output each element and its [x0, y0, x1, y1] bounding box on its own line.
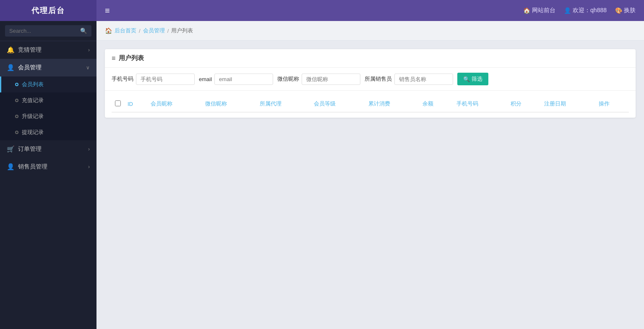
sidebar-item-chongzhi[interactable]: 充值记录 [0, 92, 96, 108]
main-card: ≡ 用户列表 手机号码 email 微信昵称 [105, 49, 636, 118]
col-id: ID [124, 96, 147, 112]
sidebar-item-label: 竞猜管理 [18, 46, 42, 54]
table-wrap: ID 会员昵称 微信昵称 所属代理 会员等级 累计消费 余额 手机号码 积分 注… [105, 91, 636, 118]
user-table: ID 会员昵称 微信昵称 所属代理 会员等级 累计消费 余额 手机号码 积分 注… [112, 96, 629, 113]
search-button[interactable]: 🔍 [76, 25, 91, 37]
sidebar-item-huiyuan-list[interactable]: 会员列表 [0, 76, 96, 92]
filter-button[interactable]: 🔍 筛选 [457, 73, 488, 85]
filter-group-phone: 手机号码 [112, 74, 195, 85]
sidebar-item-label: 订单管理 [18, 145, 42, 153]
sidebar-item-label: 会员管理 [18, 64, 42, 71]
breadcrumb-level1-link[interactable]: 会员管理 [143, 27, 165, 34]
sidebar-sub-label: 会员列表 [22, 81, 44, 88]
filter-group-email: email [199, 74, 273, 85]
app-logo: 代理后台 [0, 0, 96, 21]
select-all-checkbox[interactable] [115, 100, 121, 106]
chevron-down-icon: ∨ [86, 65, 90, 71]
order-icon: 🛒 [7, 145, 15, 153]
col-actions: 操作 [595, 96, 629, 112]
website-front-link[interactable]: 🏠 网站前台 [523, 7, 555, 14]
col-total-spend: 累计消费 [365, 96, 420, 112]
phone-label: 手机号码 [112, 75, 133, 83]
col-phone: 手机号码 [453, 96, 508, 112]
col-points: 积分 [507, 96, 541, 112]
breadcrumb-sep1: / [139, 28, 141, 34]
home-icon: 🏠 [105, 27, 112, 34]
col-wechat: 微信昵称 [202, 96, 256, 112]
bell-icon: 🔔 [7, 46, 15, 54]
salesman-label: 所属销售员 [365, 75, 392, 83]
breadcrumb-sep2: / [167, 28, 169, 34]
chevron-right-icon: › [88, 146, 90, 152]
phone-input[interactable] [136, 74, 195, 85]
breadcrumb: 🏠 后台首页 / 会员管理 / 用户列表 [96, 21, 644, 41]
home-icon: 🏠 [523, 7, 530, 14]
col-balance: 余额 [419, 96, 453, 112]
sidebar-nav: 🔔 竞猜管理 › 👤 会员管理 ∨ 会员列表 [0, 41, 96, 329]
col-agent: 所属代理 [256, 96, 311, 112]
dot-icon [15, 115, 18, 118]
sidebar-item-shengji[interactable]: 升级记录 [0, 108, 96, 124]
sidebar: 🔍 🔔 竞猜管理 › 👤 会员管理 ∨ [0, 21, 96, 329]
wechat-label: 微信昵称 [277, 75, 299, 83]
sidebar-item-label: 销售员管理 [18, 163, 47, 171]
col-checkbox [112, 96, 124, 112]
filter-group-salesman: 所属销售员 [365, 74, 453, 85]
col-nickname: 会员昵称 [147, 96, 202, 112]
header-right: 🏠 网站前台 👤 欢迎：qh888 🎨 换肤 [523, 7, 644, 14]
page-body: ≡ 用户列表 手机号码 email 微信昵称 [96, 41, 644, 126]
filter-bar: 手机号码 email 微信昵称 所属销售员 [105, 68, 636, 91]
sidebar-item-huiyuan[interactable]: 👤 会员管理 ∨ [0, 59, 96, 76]
skin-switch-button[interactable]: 🎨 换肤 [615, 7, 636, 14]
sidebar-item-dingdan[interactable]: 🛒 订单管理 › [0, 140, 96, 158]
dot-icon [15, 83, 18, 86]
sidebar-item-xiaoshou[interactable]: 👤 销售员管理 › [0, 158, 96, 176]
chevron-right-icon: › [88, 164, 90, 170]
salesman-icon: 👤 [7, 163, 15, 171]
dot-icon [15, 131, 18, 134]
top-header: 代理后台 ≡ 🏠 网站前台 👤 欢迎：qh888 🎨 换肤 [0, 0, 644, 21]
sidebar-item-jingsai[interactable]: 🔔 竞猜管理 › [0, 41, 96, 59]
skin-icon: 🎨 [615, 7, 622, 14]
welcome-label: 👤 欢迎：qh888 [564, 7, 607, 14]
sidebar-search-area: 🔍 [0, 21, 96, 41]
table-header: ID 会员昵称 微信昵称 所属代理 会员等级 累计消费 余额 手机号码 积分 注… [112, 96, 629, 112]
salesman-input[interactable] [394, 74, 453, 85]
page-title: 用户列表 [119, 54, 144, 62]
main-layout: 🔍 🔔 竞猜管理 › 👤 会员管理 ∨ [0, 21, 644, 329]
search-icon: 🔍 [463, 76, 470, 82]
col-level: 会员等级 [310, 96, 365, 112]
breadcrumb-home-link[interactable]: 后台首页 [115, 27, 136, 34]
chevron-right-icon: › [88, 47, 90, 53]
sidebar-sub-label: 提现记录 [22, 129, 44, 136]
user-icon-nav: 👤 [7, 64, 15, 71]
content-area: 🏠 后台首页 / 会员管理 / 用户列表 ≡ 用户列表 手机号码 [96, 21, 644, 329]
wechat-input[interactable] [302, 74, 360, 85]
sidebar-sub-label: 充值记录 [22, 97, 44, 104]
sidebar-item-tixian[interactable]: 提现记录 [0, 124, 96, 140]
user-icon: 👤 [564, 7, 571, 14]
breadcrumb-current: 用户列表 [171, 27, 193, 34]
list-icon: ≡ [112, 55, 115, 62]
dot-icon [15, 99, 18, 102]
email-label: email [199, 76, 212, 82]
sidebar-submenu-huiyuan: 会员列表 充值记录 升级记录 提现记录 [0, 76, 96, 140]
sidebar-sub-label: 升级记录 [22, 113, 44, 120]
card-header: ≡ 用户列表 [105, 49, 636, 68]
col-reg-date: 注册日期 [541, 96, 595, 112]
search-input[interactable] [5, 25, 76, 37]
email-input[interactable] [214, 74, 273, 85]
filter-group-wechat: 微信昵称 [277, 74, 360, 85]
menu-toggle[interactable]: ≡ [96, 6, 118, 16]
